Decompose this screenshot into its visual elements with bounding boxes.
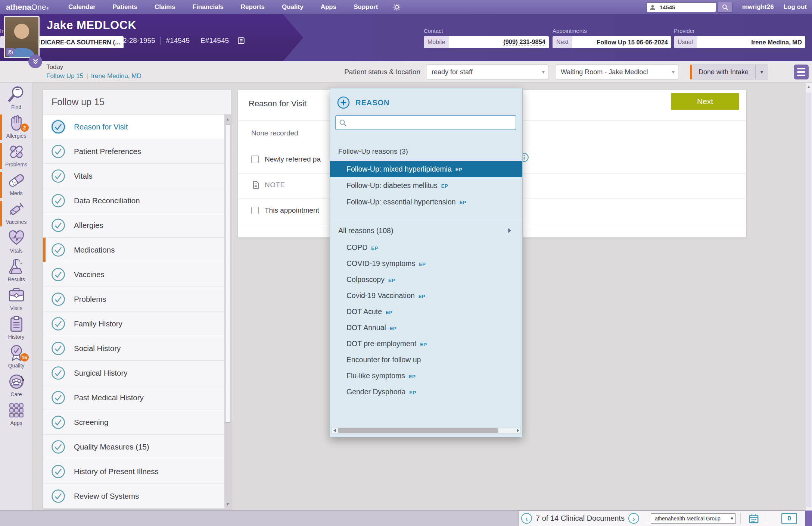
checklist-item[interactable]: Quality Measures (15) bbox=[43, 435, 231, 459]
sidebar-item[interactable]: Results bbox=[0, 257, 32, 286]
checklist-item[interactable]: Medications bbox=[43, 238, 231, 262]
organization-select[interactable]: athenahealth Medical Group ▾ bbox=[651, 513, 736, 524]
reason-option[interactable]: COVID-19 symptoms EP bbox=[330, 256, 522, 272]
menu-item[interactable]: Financials bbox=[193, 3, 224, 11]
sidebar-item-icon bbox=[7, 257, 26, 276]
search-icon bbox=[339, 119, 347, 127]
checklist-item[interactable]: Past Medical History bbox=[43, 385, 231, 410]
search-button[interactable] bbox=[718, 2, 732, 13]
scroll-right-icon[interactable] bbox=[515, 428, 520, 433]
checklist-item[interactable]: Family History bbox=[43, 311, 231, 336]
checklist-item[interactable]: History of Present Illness bbox=[43, 459, 231, 484]
add-reason-header[interactable]: REASON bbox=[330, 88, 522, 109]
next-document-button[interactable]: › bbox=[628, 513, 639, 524]
sidebar-item[interactable]: Vaccines bbox=[0, 200, 32, 229]
reason-search-input[interactable] bbox=[335, 115, 516, 130]
collapse-banner-icon[interactable] bbox=[28, 54, 42, 68]
notification-counter[interactable]: 0 bbox=[781, 513, 797, 524]
patient-quick-fields: Contact Mobile (909) 231-9854 Appointmen… bbox=[0, 14, 812, 61]
reason-option[interactable]: Follow-Up: essential hypertension EP bbox=[330, 194, 522, 210]
reason-option[interactable]: Covid-19 Vaccination EP bbox=[330, 288, 522, 304]
menu-item[interactable]: Reports bbox=[241, 3, 265, 11]
reason-option[interactable]: Follow-Up: diabetes mellitus EP bbox=[330, 177, 522, 194]
checklist-scrollbar[interactable]: ▲ ▼ bbox=[224, 115, 231, 508]
check-circle-icon bbox=[51, 292, 66, 307]
reason-option[interactable]: Gender Dysphoria EP bbox=[330, 384, 522, 400]
sidebar-item[interactable]: Vitals bbox=[0, 229, 32, 257]
reason-option[interactable]: DOT Annual EP bbox=[330, 320, 522, 336]
menu-item[interactable]: Apps bbox=[321, 3, 337, 11]
status-select[interactable]: ready for staff▾ bbox=[427, 65, 548, 79]
scroll-down-icon[interactable]: ▼ bbox=[224, 500, 231, 508]
menu-item[interactable]: Calendar bbox=[68, 3, 96, 11]
sidebar-item[interactable]: Meds bbox=[0, 171, 32, 200]
logout-link[interactable]: Log out bbox=[784, 3, 807, 11]
menu-item[interactable]: Claims bbox=[155, 3, 175, 11]
sidebar-item[interactable]: History bbox=[0, 315, 32, 344]
checklist-item[interactable]: Problems bbox=[43, 287, 231, 311]
checklist-item[interactable]: Social History bbox=[43, 336, 231, 361]
camera-icon[interactable] bbox=[6, 48, 14, 56]
ep-tag: EP bbox=[441, 183, 448, 189]
location-select[interactable]: Waiting Room - Jake Medlocl▾ bbox=[556, 65, 678, 79]
calendar-icon[interactable] bbox=[748, 513, 759, 524]
done-with-intake-caret[interactable]: ▾ bbox=[756, 65, 768, 79]
reason-option[interactable]: Flu-like symptoms EP bbox=[330, 368, 522, 384]
done-with-intake-button[interactable]: Done with Intake bbox=[690, 65, 756, 79]
sidebar-item[interactable]: 2 Allergies bbox=[0, 114, 32, 143]
reason-option[interactable]: Follow-Up: mixed hyperlipidemia EP bbox=[330, 161, 522, 177]
patient-search-input[interactable] bbox=[647, 2, 716, 12]
reason-option[interactable]: COPD EP bbox=[330, 239, 522, 256]
checklist-item[interactable]: Surgical History bbox=[43, 361, 231, 385]
this-appointment-checkbox[interactable] bbox=[251, 207, 259, 214]
scrollbar-thumb[interactable] bbox=[338, 428, 498, 433]
checklist-item[interactable]: Vitals bbox=[43, 164, 231, 188]
checklist-item[interactable]: Allergies bbox=[43, 213, 231, 238]
gear-icon[interactable] bbox=[393, 3, 401, 11]
scroll-left-icon[interactable] bbox=[332, 428, 337, 433]
dropdown-horizontal-scrollbar[interactable] bbox=[332, 427, 521, 434]
field-row[interactable]: Usual Irene Medina, MD bbox=[674, 36, 805, 48]
username[interactable]: mwright26 bbox=[742, 3, 774, 11]
sidebar-item[interactable]: Visits bbox=[0, 286, 32, 315]
sidebar-item[interactable]: Find bbox=[0, 85, 32, 114]
field-row[interactable]: Next Follow Up 15 06-06-2024 bbox=[553, 36, 671, 48]
patient-photo[interactable] bbox=[4, 16, 40, 58]
menu-item[interactable]: Support bbox=[354, 3, 378, 11]
checklist-item[interactable]: Review of Systems bbox=[43, 484, 231, 508]
menu-item[interactable]: Patients bbox=[113, 3, 137, 11]
previous-document-button[interactable]: ‹ bbox=[521, 513, 532, 524]
checklist-item[interactable]: Screening bbox=[43, 410, 231, 435]
scroll-up-icon[interactable]: ▲ bbox=[224, 115, 231, 123]
sidebar-item[interactable]: Care bbox=[0, 372, 32, 401]
reason-option-label: DOT Acute bbox=[346, 307, 382, 316]
reason-option[interactable]: DOT Acute EP bbox=[330, 304, 522, 320]
scroll-up-icon[interactable]: ▲ bbox=[806, 84, 812, 88]
field-row[interactable]: Mobile (909) 231-9854 bbox=[424, 36, 549, 48]
encounter-link[interactable]: Follow Up 15 bbox=[46, 72, 83, 79]
sidebar-item[interactable]: 15 Quality bbox=[0, 344, 32, 372]
scrollbar-thumb[interactable] bbox=[806, 93, 811, 507]
page-scrollbar[interactable]: ▲ bbox=[805, 83, 812, 510]
sidebar-item[interactable]: Problems bbox=[0, 143, 32, 171]
menu-item[interactable]: Quality bbox=[282, 3, 304, 11]
scrollbar-thumb[interactable] bbox=[225, 124, 230, 423]
ep-tag: EP bbox=[409, 390, 416, 395]
athenaone-logo[interactable]: athenaOne® bbox=[6, 3, 49, 12]
ep-tag: EP bbox=[460, 200, 466, 205]
note-row[interactable]: NOTE bbox=[251, 181, 285, 190]
reason-option[interactable]: Encounter for follow up EP bbox=[330, 352, 522, 368]
sidebar-item[interactable]: Apps bbox=[0, 401, 32, 430]
reason-search bbox=[335, 115, 516, 130]
next-button[interactable]: Next bbox=[671, 93, 739, 110]
reason-option[interactable]: Colposcopy EP bbox=[330, 272, 522, 288]
checklist-item[interactable]: Data Reconciliation bbox=[43, 188, 231, 213]
all-reasons-group-label[interactable]: All reasons (108) bbox=[330, 222, 522, 239]
checklist-item[interactable]: Reason for Visit bbox=[43, 115, 231, 139]
newly-referred-checkbox[interactable] bbox=[251, 156, 259, 163]
checklist-item[interactable]: Vaccines bbox=[43, 262, 231, 287]
checklist-item[interactable]: Patient Preferences bbox=[43, 139, 231, 164]
menu-hamburger-icon[interactable] bbox=[794, 65, 809, 79]
provider-link[interactable]: Irene Medina, MD bbox=[91, 72, 141, 79]
reason-option[interactable]: DOT pre-employment EP bbox=[330, 336, 522, 352]
